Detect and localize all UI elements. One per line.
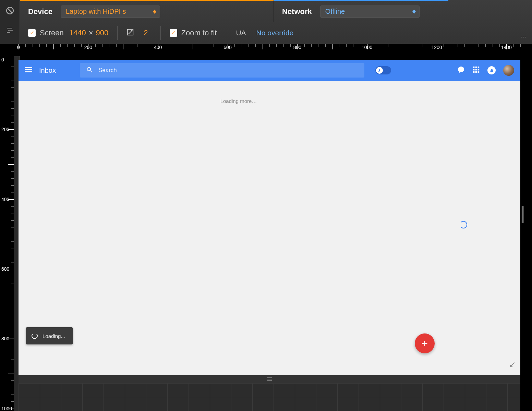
search-icon [86, 66, 93, 74]
viewport-dimensions[interactable]: 1440×900 [69, 28, 109, 37]
network-value: Offline [325, 8, 345, 15]
checkbox-checked-icon [28, 29, 36, 37]
checkbox-checked-icon [170, 29, 177, 37]
svg-rect-7 [25, 69, 32, 70]
svg-rect-19 [478, 71, 480, 73]
svg-rect-3 [8, 30, 13, 31]
search-input[interactable] [98, 67, 358, 74]
svg-rect-17 [473, 71, 475, 73]
screen-label: Screen [40, 28, 64, 37]
hamburger-icon[interactable] [25, 66, 32, 75]
device-panel: Device Laptop with HiDPI s [20, 0, 274, 22]
svg-rect-6 [25, 67, 32, 68]
hangouts-icon[interactable] [457, 66, 465, 75]
svg-line-10 [90, 71, 92, 72]
svg-rect-20 [267, 377, 272, 378]
zoom-label: Zoom to fit [181, 28, 217, 37]
plus-icon: + [422, 338, 428, 349]
loading-toast: Loading... [26, 327, 73, 344]
dpr-value: 2 [144, 28, 148, 37]
dimension-separator: × [86, 28, 96, 37]
user-avatar[interactable] [503, 65, 514, 76]
select-arrows-icon [412, 10, 416, 14]
svg-rect-8 [25, 71, 32, 72]
more-options-icon[interactable]: ⋯ [520, 33, 527, 40]
device-label: Device [28, 7, 52, 16]
svg-rect-18 [475, 71, 477, 73]
no-entry-icon[interactable] [5, 6, 14, 16]
svg-rect-2 [7, 28, 12, 28]
spinner-icon [460, 221, 467, 228]
inbox-app-bar: Inbox [19, 60, 520, 81]
svg-rect-22 [267, 380, 272, 381]
notifications-icon[interactable] [487, 66, 496, 74]
ua-value[interactable]: No override [256, 29, 294, 37]
separator [117, 26, 118, 40]
svg-rect-21 [267, 379, 272, 379]
sliders-icon[interactable] [6, 26, 14, 36]
ruler-label: 0 [1, 57, 4, 62]
svg-rect-15 [475, 69, 477, 71]
svg-rect-14 [473, 69, 475, 71]
viewport-width: 1440 [69, 28, 86, 37]
svg-rect-16 [478, 69, 480, 71]
inbox-content: Loading more… Loading... + [19, 81, 520, 375]
toast-text: Loading... [43, 333, 65, 339]
apps-grid-icon[interactable] [472, 66, 480, 75]
spinner-icon [32, 333, 38, 339]
ruler-horizontal: 0200400600800100012001400 [14, 44, 532, 56]
pin-icon [376, 67, 383, 74]
compose-fab[interactable]: + [415, 333, 435, 353]
pin-toggle[interactable] [375, 66, 391, 74]
drawer-handle[interactable] [19, 375, 520, 383]
svg-rect-11 [473, 67, 475, 68]
zoom-checkbox[interactable]: Zoom to fit [170, 28, 217, 37]
svg-rect-4 [7, 32, 10, 33]
network-panel: Network Offline [274, 0, 448, 22]
screen-checkbox[interactable]: Screen [28, 28, 64, 37]
svg-line-1 [8, 9, 12, 13]
separator [160, 26, 161, 40]
viewport-resize-handle[interactable] [520, 199, 524, 230]
dpr-icon[interactable] [126, 28, 134, 37]
viewport-height: 900 [96, 28, 109, 37]
device-select[interactable]: Laptop with HiDPI s [61, 5, 160, 18]
loading-more-text: Loading more… [0, 81, 520, 104]
search-bar[interactable] [80, 63, 364, 78]
resize-handle-icon[interactable] [509, 362, 516, 368]
devtools-toolbar: Device Laptop with HiDPI s Network Offli… [20, 0, 532, 44]
network-label: Network [282, 7, 312, 16]
ua-label: UA [236, 29, 246, 37]
device-value: Laptop with HiDPI s [66, 8, 126, 15]
svg-point-9 [87, 67, 90, 71]
app-title: Inbox [39, 67, 56, 74]
select-arrows-icon [153, 10, 156, 14]
network-select[interactable]: Offline [320, 5, 420, 18]
emulated-viewport: Inbox Loading more… [19, 60, 520, 375]
svg-rect-12 [475, 67, 477, 68]
svg-rect-13 [478, 67, 480, 68]
timeline-grid [19, 383, 520, 411]
